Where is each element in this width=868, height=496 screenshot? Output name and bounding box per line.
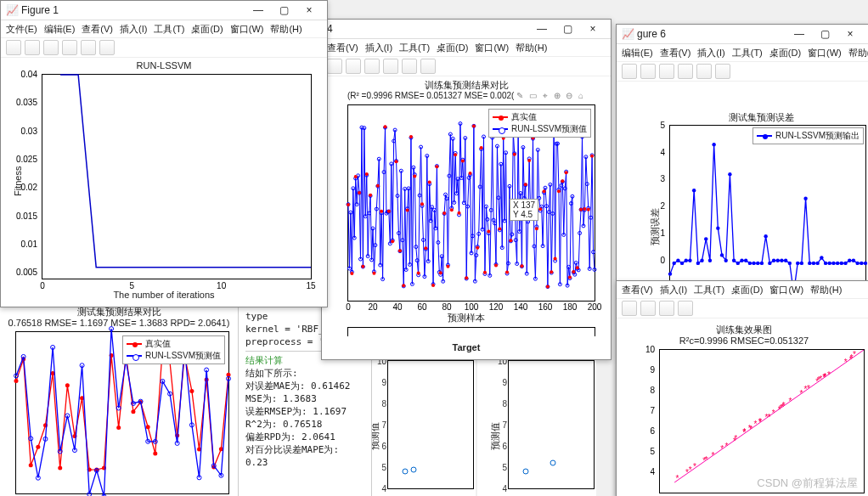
svg-point-22 xyxy=(756,262,759,265)
console-line: 对误差MAE为: 0.61462 xyxy=(245,380,364,392)
te-menubar: 查看(V) 插入(I) 工具(T) 桌面(D) 窗口(W) 帮助(H) xyxy=(617,281,868,299)
toolbar-icon[interactable] xyxy=(678,301,693,316)
toolbar-icon[interactable] xyxy=(327,59,342,74)
menu-help[interactable]: 帮助(H) xyxy=(848,47,868,59)
toolbar-icon[interactable] xyxy=(622,64,637,79)
toolbar-icon[interactable] xyxy=(81,40,96,55)
svg-point-16 xyxy=(732,259,736,262)
menu-tools[interactable]: 工具(T) xyxy=(694,284,724,296)
maximize-button[interactable]: ▢ xyxy=(812,28,837,40)
menu-view[interactable]: 查看(V) xyxy=(82,23,113,36)
menu-insert[interactable]: 插入(I) xyxy=(120,23,147,36)
menu-help[interactable]: 帮助(H) xyxy=(516,42,547,54)
svg-point-9 xyxy=(704,237,707,240)
toolbar-icon[interactable] xyxy=(640,64,656,79)
svg-point-398 xyxy=(454,153,457,156)
fig4-legend: 真实值 RUN-LSSVM预测值 xyxy=(488,109,591,138)
menu-help[interactable]: 帮助(H) xyxy=(810,284,842,296)
close-button[interactable]: × xyxy=(837,28,863,40)
menu-desktop[interactable]: 桌面(D) xyxy=(731,284,763,296)
menu-edit[interactable]: 编辑(E) xyxy=(44,23,76,36)
toolbar-icon[interactable] xyxy=(622,301,637,316)
minimize-button[interactable]: — xyxy=(786,28,812,40)
svg-text:20: 20 xyxy=(368,302,378,312)
svg-point-435 xyxy=(590,155,594,158)
toolbar-icon[interactable] xyxy=(99,40,115,55)
svg-point-107 xyxy=(550,460,555,465)
figure6-titlebar[interactable]: 📈 gure 6 — ▢ × xyxy=(617,25,868,44)
svg-point-14 xyxy=(724,259,728,262)
menu-desktop[interactable]: 桌面(D) xyxy=(437,42,468,54)
fig4-target-label: Target xyxy=(322,342,611,352)
svg-text:3: 3 xyxy=(660,174,665,183)
svg-text:*: * xyxy=(702,456,706,465)
close-button[interactable]: × xyxy=(296,4,322,16)
menu-window[interactable]: 窗口(W) xyxy=(475,42,509,54)
console-line: 误差RMSEP为: 1.1697 xyxy=(245,405,364,418)
svg-point-404 xyxy=(476,246,479,250)
toolbar-icon[interactable] xyxy=(25,40,40,55)
menu-insert[interactable]: 插入(I) xyxy=(697,47,724,59)
maximize-button[interactable]: ▢ xyxy=(271,4,296,16)
toolbar-icon[interactable] xyxy=(420,59,436,74)
menu-help[interactable]: 帮助(H) xyxy=(270,23,302,36)
toolbar-icon[interactable] xyxy=(346,59,361,74)
toolbar-icon[interactable] xyxy=(696,64,712,79)
minimize-button[interactable]: — xyxy=(245,4,271,16)
svg-text:0: 0 xyxy=(346,302,351,312)
toolbar-icon[interactable] xyxy=(364,59,380,74)
menu-tools[interactable]: 工具(T) xyxy=(399,42,430,54)
svg-point-108 xyxy=(14,379,19,383)
svg-point-375 xyxy=(369,194,372,197)
svg-point-424 xyxy=(550,270,553,273)
menu-desktop[interactable]: 桌面(D) xyxy=(769,47,801,59)
figure1-titlebar[interactable]: 📈 Figure 1 — ▢ × xyxy=(1,1,327,20)
svg-point-1 xyxy=(672,262,675,265)
menu-tools[interactable]: 工具(T) xyxy=(732,47,763,59)
toolbar-icon[interactable] xyxy=(62,40,77,55)
toolbar-icon[interactable] xyxy=(715,64,730,79)
menu-window[interactable]: 窗口(W) xyxy=(769,284,803,296)
menu-tools[interactable]: 工具(T) xyxy=(154,23,184,36)
toolbar-icon[interactable] xyxy=(402,59,417,74)
toolbar-inline-icons[interactable]: ✎ ▭ ⌖ ⊕ ⊖ ⌂ xyxy=(516,91,585,100)
svg-point-377 xyxy=(376,184,380,188)
datatip[interactable]: X 137 Y 4.5 xyxy=(510,199,538,221)
maximize-button[interactable]: ▢ xyxy=(555,23,580,35)
svg-text:*: * xyxy=(844,358,848,367)
toolbar-icon[interactable] xyxy=(6,40,21,55)
svg-point-122 xyxy=(116,426,121,430)
svg-point-124 xyxy=(131,409,135,414)
menu-desktop[interactable]: 桌面(D) xyxy=(191,23,223,36)
menu-insert[interactable]: 插入(I) xyxy=(365,42,392,54)
toolbar-icon[interactable] xyxy=(659,301,674,316)
toolbar-icon[interactable] xyxy=(678,64,693,79)
menu-view[interactable]: 查看(V) xyxy=(622,284,653,296)
minimize-button[interactable]: — xyxy=(529,23,555,35)
menu-view[interactable]: 查看(V) xyxy=(327,42,358,54)
svg-text:5: 5 xyxy=(650,447,655,456)
svg-point-431 xyxy=(576,266,579,269)
svg-point-47 xyxy=(855,262,859,265)
svg-point-21 xyxy=(752,262,755,265)
figure4-titlebar[interactable]: 4 — ▢ × xyxy=(322,20,611,39)
menu-view[interactable]: 查看(V) xyxy=(660,47,691,59)
toolbar-icon[interactable] xyxy=(640,301,656,316)
figure1-title: Figure 1 xyxy=(21,4,59,16)
toolbar-icon[interactable] xyxy=(659,64,674,79)
menu-insert[interactable]: 插入(I) xyxy=(660,284,687,296)
svg-text:10: 10 xyxy=(645,345,656,354)
toolbar-icon[interactable] xyxy=(383,59,398,74)
close-button[interactable]: × xyxy=(580,23,606,35)
svg-text:*: * xyxy=(799,389,803,398)
svg-point-433 xyxy=(583,207,586,211)
watermark: CSDN @前程算法屋 xyxy=(757,476,858,491)
toolbar-icon[interactable] xyxy=(43,40,59,55)
menu-window[interactable]: 窗口(W) xyxy=(808,47,842,59)
menu-edit[interactable]: 编辑(E) xyxy=(622,47,653,59)
menu-window[interactable]: 窗口(W) xyxy=(230,23,264,36)
svg-text:100: 100 xyxy=(465,302,479,312)
te-stats: R²c=0.9996 RMSEC=0.051327 xyxy=(634,335,854,346)
svg-text:5: 5 xyxy=(660,121,665,130)
menu-file[interactable]: 文件(E) xyxy=(6,23,37,36)
